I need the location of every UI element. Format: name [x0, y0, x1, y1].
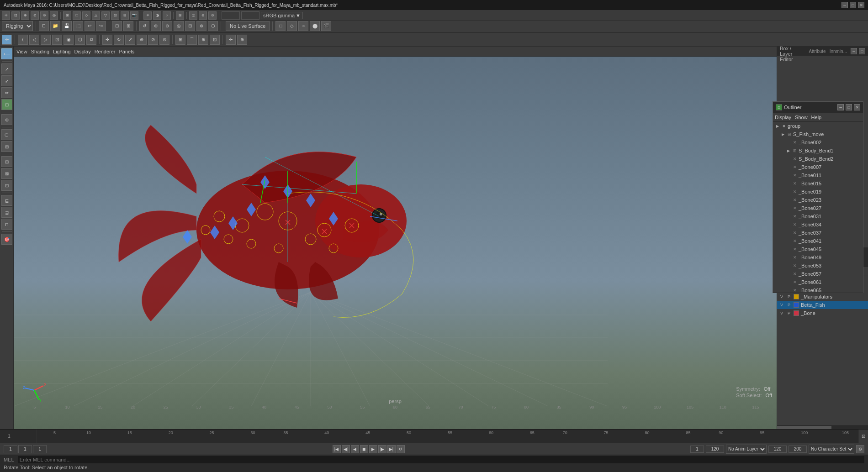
tool-marquee[interactable]: ▷ [41, 35, 51, 45]
left-tool-8[interactable]: ⊞ [1, 141, 12, 152]
vp-menu-shading[interactable]: Shading [31, 49, 49, 54]
toolbar-btn-7[interactable]: ↺ [139, 21, 149, 31]
tool-soft[interactable]: ⊘ [148, 35, 158, 45]
timeline-end-btn[interactable]: ⊡ [859, 430, 868, 443]
tool-lasso[interactable]: ⟨ [18, 35, 28, 45]
play-loop[interactable]: ↺ [397, 445, 405, 453]
toolbar-btn-17[interactable]: ⬤ [310, 21, 320, 31]
tool-select[interactable]: ✛ [2, 35, 12, 45]
left-tool-9[interactable]: ⊟ [1, 156, 12, 167]
frame-key[interactable] [33, 445, 47, 453]
outliner-menu-display[interactable]: Display [775, 115, 791, 120]
vp-menu-display[interactable]: Display [74, 49, 91, 54]
tool-snap-curve[interactable]: ⌒ [187, 35, 197, 45]
tree-item-bone023[interactable]: ✕ _Bone023 [773, 196, 863, 204]
tree-item-bone037[interactable]: ✕ _Bone037 [773, 229, 863, 237]
tree-item-bone031[interactable]: ✕ _Bone031 [773, 212, 863, 220]
mel-input[interactable] [18, 456, 864, 463]
timeline-track[interactable]: 5 10 15 20 25 30 35 40 45 50 55 60 65 70… [37, 430, 859, 443]
layer-bone[interactable]: V P _Bone [777, 309, 868, 317]
tool-circle-select[interactable]: ◉ [64, 35, 74, 45]
layer-betta-fish[interactable]: V P Betta_Fish [777, 301, 868, 309]
tool-box-select[interactable]: ⊡ [52, 35, 62, 45]
undo-button[interactable]: ↩ [85, 21, 95, 31]
tool-universal[interactable]: ⊕ [137, 35, 147, 45]
layer-list[interactable]: V P IK V P _Halpers V P [777, 276, 868, 425]
layer-scrollbar[interactable] [777, 425, 868, 429]
tree-item-body-bend1[interactable]: ▶ ⊞ S_Body_Bend1 [773, 147, 863, 155]
close-button[interactable]: ✕ [858, 2, 864, 8]
tree-item-bone049[interactable]: ✕ _Bone049 [773, 253, 863, 262]
viewport[interactable]: X Y Z Symmetry: Off Soft Select: Off [14, 57, 777, 429]
tree-item-bone057[interactable]: ✕ _Bone057 [773, 270, 863, 278]
vp-menu-view[interactable]: View [16, 49, 27, 54]
left-tool-11[interactable]: ⊡ [1, 180, 12, 191]
play-prev[interactable]: ◀ [351, 445, 359, 453]
left-tool-5[interactable]: ⊡ [1, 99, 12, 110]
left-tool-10[interactable]: ⊠ [1, 168, 12, 179]
outliner-menu-help[interactable]: Help [811, 115, 822, 120]
tree-item-fish-move[interactable]: ▶ ⊞ S_Fish_move [773, 130, 863, 138]
left-tool-6[interactable]: ⊕ [1, 114, 12, 125]
tool-rotate[interactable]: ↻ [114, 35, 124, 45]
outliner-close[interactable]: ✕ [854, 104, 860, 110]
vp-menu-lighting[interactable]: Lighting [53, 49, 71, 54]
char-set-dropdown[interactable]: No Character Set [809, 445, 854, 454]
maximize-button[interactable]: □ [850, 2, 856, 8]
toolbar-btn-15[interactable]: ◇ [287, 21, 297, 31]
tree-item-bone065[interactable]: ✕ _Bone065 [773, 286, 863, 293]
tool-cross2[interactable]: ⊕ [237, 35, 247, 45]
frame-current[interactable] [4, 445, 17, 453]
tree-item-bone027[interactable]: ✕ _Bone027 [773, 204, 863, 212]
tree-item-bone053[interactable]: ✕ _Bone053 [773, 262, 863, 270]
outliner-minimize[interactable]: ─ [837, 104, 844, 110]
play-prev-key[interactable]: ◀| [342, 445, 350, 453]
left-tool-14[interactable]: ⊓ [1, 219, 12, 230]
tree-item-body-bend2[interactable]: ✕ S_Body_Bend2 [773, 155, 863, 163]
tool-paint[interactable]: ◁ [29, 35, 39, 45]
left-tool-select[interactable]: ⟵ [1, 48, 12, 59]
tool-snap-point[interactable]: ⊕ [198, 35, 208, 45]
tree-item-bone019[interactable]: ✕ _Bone019 [773, 188, 863, 196]
toolbar-btn-11[interactable]: ⊟ [185, 21, 195, 31]
toolbar-render-btn[interactable]: 🎬 [321, 21, 331, 31]
toolbar-btn-5[interactable]: ⊡ [112, 21, 122, 31]
vp-menu-panels[interactable]: Panels [119, 49, 135, 54]
tool-scale[interactable]: ⤢ [125, 35, 135, 45]
left-tool-snap[interactable]: 🎯 [1, 234, 12, 245]
toolbar-btn-4[interactable]: ⬚ [73, 21, 83, 31]
vp-menu-renderer[interactable]: Renderer [95, 49, 116, 54]
toolbar-btn-10[interactable]: ◎ [174, 21, 184, 31]
tree-item-bone041[interactable]: ✕ _Bone041 [773, 237, 863, 245]
toolbar-btn-6[interactable]: ⊞ [123, 21, 133, 31]
toolbar-btn-14[interactable]: □ [275, 21, 286, 31]
layer-manipulators[interactable]: V P _Manipulators [777, 293, 868, 301]
toolbar-btn-16[interactable]: ○ [298, 21, 308, 31]
range-end2[interactable] [768, 446, 787, 453]
tree-item-bone015[interactable]: ✕ _Bone015 [773, 179, 863, 188]
frame-sub[interactable] [18, 445, 32, 453]
outliner-tree[interactable]: ▶ ■ group ▶ ⊞ S_Fish_move ✕ _Bone002 [773, 122, 863, 293]
channel-minimize[interactable]: ─ [851, 48, 857, 54]
tool-freeform[interactable]: ⬡ [75, 35, 85, 45]
toolbar-btn-12[interactable]: ⊛ [196, 21, 206, 31]
layer-scroll-thumb[interactable] [777, 426, 831, 429]
save-button[interactable]: 💾 [62, 21, 72, 31]
tool-snap-view[interactable]: ⊡ [210, 35, 220, 45]
tree-item-bone002[interactable]: ✕ _Bone002 [773, 138, 863, 147]
prefs-button[interactable]: ⚙ [856, 445, 864, 453]
toolbar-btn-8[interactable]: ⊕ [151, 21, 161, 31]
tool-move[interactable]: ✢ [102, 35, 112, 45]
play-stop[interactable]: ◼ [360, 445, 368, 453]
tree-item-bone045[interactable]: ✕ _Bone045 [773, 245, 863, 253]
toolbar-btn-13[interactable]: ⬡ [208, 21, 218, 31]
play-next-key[interactable]: |▶ [378, 445, 386, 453]
new-scene-button[interactable]: 🗋 [39, 21, 49, 31]
play-to-start[interactable]: |◀ [333, 445, 341, 453]
open-button[interactable]: 📁 [50, 21, 60, 31]
tool-show-manip[interactable]: ⊙ [159, 35, 169, 45]
tool-plus-cross[interactable]: ✛ [226, 35, 236, 45]
play-to-end[interactable]: ▶| [387, 445, 396, 453]
tree-item-group[interactable]: ▶ ■ group [773, 122, 863, 130]
tree-item-bone011[interactable]: ✕ _Bone011 [773, 171, 863, 179]
